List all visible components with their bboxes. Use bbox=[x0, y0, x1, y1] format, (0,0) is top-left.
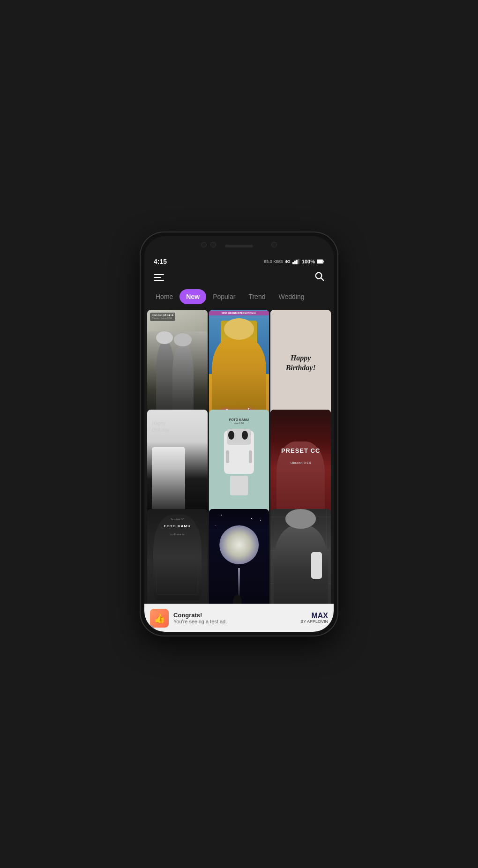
grid-item-5[interactable]: FOTO KAMUsize 9:16 FOTO KAMU bbox=[209, 410, 269, 517]
ad-banner[interactable]: 👍 Congrats! You're seeing a test ad. MAX… bbox=[144, 604, 334, 632]
grid-item-8[interactable] bbox=[209, 509, 269, 608]
svg-rect-6 bbox=[323, 261, 324, 262]
ad-info-icon[interactable]: i bbox=[148, 625, 154, 631]
status-right: 85.0 KB/S 4G 100% bbox=[264, 259, 324, 264]
ad-title: Congrats! bbox=[173, 612, 296, 619]
grid-item-3[interactable]: HappyBirthday! bbox=[270, 310, 331, 417]
status-speed: 85.0 KB/S bbox=[264, 259, 283, 264]
svg-rect-1 bbox=[294, 261, 296, 264]
battery-icon bbox=[317, 259, 324, 264]
menu-button[interactable] bbox=[154, 274, 164, 281]
moon-visual bbox=[219, 525, 259, 565]
screen: 4:15 85.0 KB/S 4G 100% bbox=[144, 255, 334, 632]
status-signal-type: 4G bbox=[285, 259, 291, 264]
grid-item-6-text: PRESET CC bbox=[270, 447, 331, 454]
ad-text: Congrats! You're seeing a test ad. bbox=[173, 612, 296, 624]
nav-tabs: Home New Popular Trend Wedding bbox=[144, 289, 334, 309]
tab-trend[interactable]: Trend bbox=[242, 289, 272, 304]
grid-item-9[interactable] bbox=[270, 509, 331, 608]
grid-item-1-text: Chưa bao giờ mẹ kểCreator: buion2004 bbox=[150, 313, 175, 321]
phone-inner: 4:15 85.0 KB/S 4G 100% bbox=[144, 236, 334, 632]
grid-item-6-sub: Ukuran 9:16 bbox=[270, 461, 331, 465]
phone-device: 4:15 85.0 KB/S 4G 100% bbox=[141, 232, 337, 636]
top-bar bbox=[144, 267, 334, 289]
svg-rect-5 bbox=[317, 260, 323, 263]
content-grid: Chưa bao giờ mẹ kểCreator: buion2004 Mẫu… bbox=[144, 309, 334, 608]
ad-brand: MAX BY APPLOVIN bbox=[300, 612, 328, 624]
grid-item-4[interactable]: HappyBirthday bbox=[147, 410, 208, 517]
ad-icon: 👍 bbox=[150, 609, 169, 628]
tab-home[interactable]: Home bbox=[149, 289, 179, 304]
signal-bars-icon bbox=[292, 259, 300, 264]
tab-wedding[interactable]: Wedding bbox=[272, 289, 311, 304]
grid-item-7-text: FOTO KAMU bbox=[147, 524, 208, 528]
svg-line-8 bbox=[321, 278, 323, 280]
grid-item-4-text: HappyBirthday bbox=[152, 420, 169, 434]
grid-item-1[interactable]: Chưa bao giờ mẹ kểCreator: buion2004 bbox=[147, 310, 208, 417]
svg-rect-0 bbox=[292, 262, 294, 264]
status-bar: 4:15 85.0 KB/S 4G 100% bbox=[144, 255, 334, 267]
svg-rect-3 bbox=[298, 259, 299, 264]
grid-item-6[interactable]: PRESET CC Ukuran 9:16 bbox=[270, 410, 331, 517]
camera-front-3 bbox=[271, 242, 277, 247]
status-battery: 100% bbox=[302, 259, 315, 264]
tab-new[interactable]: New bbox=[179, 289, 206, 304]
status-time: 4:15 bbox=[154, 258, 167, 265]
search-button[interactable] bbox=[314, 271, 324, 284]
speaker bbox=[225, 245, 253, 247]
tab-popular[interactable]: Popular bbox=[206, 289, 242, 304]
svg-rect-2 bbox=[296, 260, 298, 264]
grid-item-7[interactable]: Template CC FOTO KAMU zzz Frame Int KA..… bbox=[147, 509, 208, 608]
camera-front-1 bbox=[201, 242, 207, 247]
camera-front-2 bbox=[210, 242, 216, 247]
grid-item-3-text: HappyBirthday! bbox=[286, 354, 316, 374]
grid-item-2[interactable]: Mẫu Scan Ảnh MISS GRAND INTERNATIONAL bbox=[209, 310, 269, 417]
ad-subtitle: You're seeing a test ad. bbox=[173, 619, 296, 624]
